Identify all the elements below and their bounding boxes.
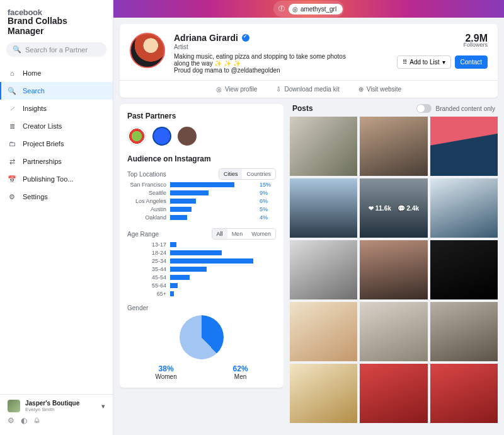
- chevron-down-icon: ▾: [442, 59, 445, 66]
- post-overlay: ❤ 11.6k 💬 2.4k: [360, 178, 427, 238]
- age-segments: All Men Women: [212, 228, 276, 240]
- visit-website-link[interactable]: ⊕Visit website: [358, 86, 401, 93]
- nav-label: Publishing Too...: [23, 175, 74, 183]
- post-thumbnail[interactable]: [290, 302, 357, 361]
- segment-cities[interactable]: Cities: [219, 169, 243, 179]
- verified-badge-icon: [242, 34, 249, 42]
- sidebar-item-insights[interactable]: ⟋Insights: [0, 100, 113, 117]
- view-profile-link[interactable]: ◎View profile: [216, 86, 258, 93]
- branded-only-label: Branded content only: [435, 105, 495, 112]
- segment-all[interactable]: All: [212, 229, 227, 239]
- bar-label: Seattle: [127, 190, 166, 196]
- nav-label: Partnerships: [23, 158, 62, 165]
- download-media-kit-link[interactable]: ⇩Download media kit: [276, 86, 339, 93]
- nav-label: Home: [23, 69, 41, 77]
- bar-value: 4%: [260, 214, 276, 221]
- sidebar-item-home[interactable]: ⌂Home: [0, 64, 113, 82]
- creator-bio: Making music, eating pizza and stopping …: [174, 53, 363, 67]
- sidebar-item-settings[interactable]: ⚙Settings: [0, 188, 113, 206]
- post-thumbnail[interactable]: [360, 364, 427, 423]
- contact-button[interactable]: Contact: [455, 55, 488, 69]
- bar-row: Seattle9%: [127, 190, 276, 196]
- post-thumbnail[interactable]: [360, 302, 427, 361]
- sidebar-item-creator-lists[interactable]: ≣Creator Lists: [0, 117, 113, 135]
- bar-row: 35-44: [127, 266, 276, 272]
- bar-value: 6%: [260, 198, 276, 204]
- bar-row: 18-24: [127, 250, 276, 256]
- follower-label: Followers: [463, 42, 488, 48]
- bar-row: 55-64: [127, 282, 276, 289]
- partner-logo[interactable]: [178, 127, 197, 146]
- comments-count: 💬 2.4k: [398, 205, 419, 212]
- gear-icon[interactable]: ⚙: [8, 416, 14, 425]
- nav-icon: ≣: [8, 122, 16, 130]
- search-icon: 🔍: [13, 45, 21, 54]
- sidebar-item-partnerships[interactable]: ⇄Partnerships: [0, 153, 113, 170]
- account-switcher[interactable]: Jasper's Boutique Evelyn Smith ▾: [8, 400, 105, 412]
- partner-logo[interactable]: [127, 127, 146, 146]
- bar-row: 45-54: [127, 274, 276, 281]
- post-thumbnail[interactable]: ❤ 11.6k 💬 2.4k: [360, 178, 427, 238]
- facebook-tab[interactable]: ⓕ: [275, 2, 289, 16]
- brand: facebook Brand Collabs Manager: [0, 5, 113, 42]
- sidebar-item-project-briefs[interactable]: 🗀Project Briefs: [0, 135, 113, 153]
- bar-value: 15%: [260, 182, 276, 188]
- notifications-icon[interactable]: 🕭: [33, 416, 41, 425]
- branded-only-toggle[interactable]: [416, 104, 432, 113]
- gender-chart: 38%Women 62%Men: [127, 315, 276, 380]
- post-thumbnail[interactable]: [360, 117, 427, 176]
- account-name: Jasper's Boutique: [25, 400, 79, 407]
- creator-role: Artist: [174, 44, 388, 50]
- nav-label: Project Briefs: [23, 140, 64, 148]
- nav-icon: ⟋: [8, 104, 16, 113]
- instagram-handle: amethyst_grl: [301, 6, 336, 13]
- post-thumbnail[interactable]: [290, 117, 357, 176]
- add-to-list-button[interactable]: ⠿ Add to List ▾: [397, 55, 450, 69]
- post-thumbnail[interactable]: [290, 364, 357, 423]
- bar-row: Austin5%: [127, 206, 276, 212]
- partner-search[interactable]: 🔍 Search for a Partner: [6, 42, 106, 57]
- past-partners-title: Past Partners: [127, 112, 276, 120]
- post-thumbnail[interactable]: [430, 240, 498, 299]
- men-pct: 62%: [233, 364, 248, 373]
- post-thumbnail[interactable]: [360, 240, 427, 299]
- bar-label: 35-44: [127, 266, 166, 272]
- sidebar-item-publishing-too-[interactable]: 📅Publishing Too...: [0, 170, 113, 188]
- bar-value: 5%: [260, 206, 276, 212]
- locations-segments: Cities Countries: [219, 168, 276, 180]
- segment-women[interactable]: Women: [247, 229, 275, 239]
- bar-row: Los Angeles6%: [127, 198, 276, 204]
- bar-row: San Francisco15%: [127, 182, 276, 188]
- posts-title: Posts: [292, 104, 313, 113]
- women-pct: 38%: [155, 364, 176, 373]
- locations-chart: San Francisco15%Seattle9%Los Angeles6%Au…: [127, 182, 276, 221]
- post-thumbnail[interactable]: [430, 302, 498, 361]
- bar-value: 9%: [260, 190, 276, 196]
- nav-icon: 🗀: [8, 139, 16, 148]
- segment-men[interactable]: Men: [227, 229, 248, 239]
- bar-row: Oakland4%: [127, 214, 276, 221]
- gender-pie: [180, 315, 224, 359]
- bar-row: 65+: [127, 291, 276, 297]
- bar-label: Los Angeles: [127, 198, 166, 204]
- bar-row: 25-34: [127, 258, 276, 264]
- post-thumbnail[interactable]: [290, 178, 357, 238]
- help-icon[interactable]: ◐: [21, 416, 27, 425]
- gender-label: Gender: [127, 304, 276, 311]
- instagram-tab[interactable]: ◎ amethyst_grl: [289, 4, 343, 14]
- nav-label: Insights: [23, 105, 47, 112]
- search-placeholder: Search for a Partner: [25, 46, 88, 54]
- post-thumbnail[interactable]: [430, 117, 498, 176]
- sidebar: facebook Brand Collabs Manager 🔍 Search …: [0, 0, 113, 435]
- nav-icon: ⚙: [8, 192, 16, 201]
- partner-logo[interactable]: [152, 127, 171, 146]
- bar-label: 18-24: [127, 250, 166, 256]
- post-thumbnail[interactable]: [430, 364, 498, 423]
- list-icon: ⠿: [403, 59, 407, 66]
- audience-title: Audience on Instagram: [127, 154, 276, 163]
- post-thumbnail[interactable]: [430, 178, 498, 238]
- segment-countries[interactable]: Countries: [242, 169, 275, 179]
- sidebar-item-search[interactable]: 🔍Search: [0, 82, 113, 100]
- post-thumbnail[interactable]: [290, 240, 357, 299]
- likes-count: ❤ 11.6k: [369, 205, 391, 212]
